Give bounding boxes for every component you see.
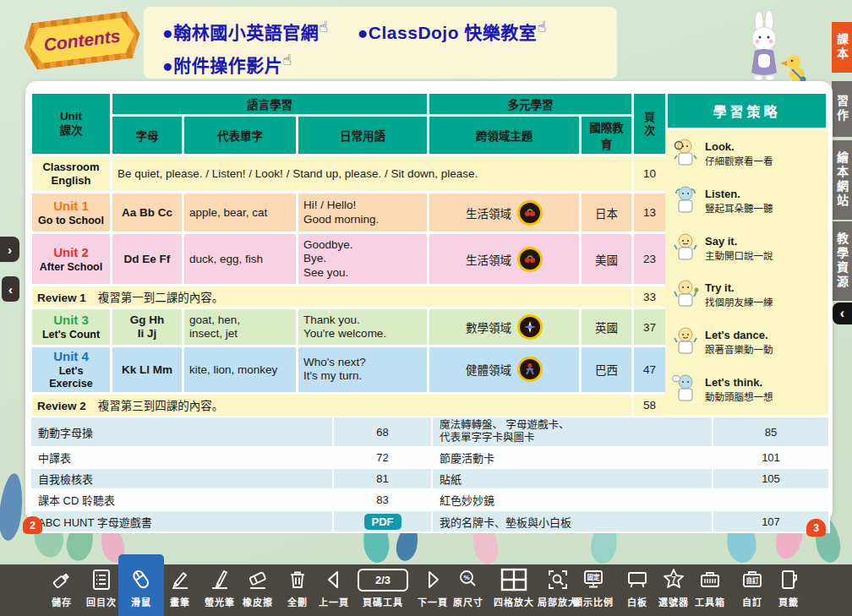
appendix-left-page: 68 bbox=[333, 417, 432, 447]
contents-page: Unit課次 語言學習 多元學習 頁次 字母 代表單字 日常用語 跨領域主題 國… bbox=[25, 81, 833, 522]
tab-workbook[interactable]: 習作 bbox=[832, 81, 852, 137]
appendix-row[interactable]: ABC HUNT 字母遊戲書 PDF 我的名牌卡、墊板與小白板 107 bbox=[30, 510, 829, 532]
unit-letters: Aa Bb Cc bbox=[112, 193, 183, 233]
row-title: Classroom English bbox=[42, 161, 99, 187]
unit-country: 英國 bbox=[581, 308, 633, 346]
row-text: 複習第一到二課的內容。 bbox=[98, 292, 224, 304]
zoom-percent-icon: % bbox=[456, 568, 480, 591]
row-classroom-english[interactable]: Classroom English Be quiet, please. / Li… bbox=[31, 155, 667, 193]
col-header-daily: 日常用語 bbox=[298, 116, 429, 155]
pencil-icon bbox=[168, 568, 192, 591]
col-header-words: 代表單字 bbox=[183, 116, 298, 155]
row-unit-3[interactable]: Unit 3Let's Count Gg Hh Ii Jj goat, hen,… bbox=[31, 308, 667, 346]
appendix-row[interactable]: 動動字母操 68 魔法轉轉盤、 字母遊戲卡、 代表單字字卡與圖卡 85 bbox=[30, 417, 829, 447]
rabbit-and-duck-illustration bbox=[723, 10, 816, 88]
unit-number: Unit 3 bbox=[53, 313, 89, 327]
unit-country: 美國 bbox=[581, 233, 633, 286]
link-classdojo[interactable]: ●ClassDojo 快樂教室☝ bbox=[358, 23, 547, 42]
appendix-left-page: 83 bbox=[333, 489, 432, 510]
appendix-right-label: 紅色妙妙鏡 bbox=[432, 489, 713, 510]
strategy-lets-think: Let's think.動動頭腦想一想 bbox=[672, 374, 822, 405]
row-unit-2[interactable]: Unit 2After School Dd Ee Ff duck, egg, f… bbox=[31, 233, 667, 286]
row-title: Review 2 bbox=[37, 400, 86, 412]
robot-icon bbox=[672, 233, 699, 264]
unit-letters: Gg Hh Ii Jj bbox=[112, 308, 183, 346]
appendix-right-label: 貼紙 bbox=[432, 468, 713, 489]
units-table: Unit課次 語言學習 多元學習 頁次 字母 代表單字 日常用語 跨領域主題 國… bbox=[30, 91, 668, 464]
unit-daily: Goodbye. Bye. See you. bbox=[298, 233, 429, 286]
unit-daily: Who's next? It's my turn. bbox=[298, 346, 429, 394]
unit-country: 巴西 bbox=[581, 346, 633, 394]
unit-words: goat, hen, insect, jet bbox=[183, 308, 298, 346]
actual-size-button[interactable]: % 原尺寸 bbox=[443, 566, 494, 608]
appendix-row[interactable]: 中譯表 72 節慶活動卡 101 bbox=[30, 447, 829, 468]
learning-strategies-panel: 學習策略 Look.仔細觀察看一看 Listen.豎起耳朵聽一聽 Say it.… bbox=[665, 91, 828, 415]
appendix-left-label: 動動字母操 bbox=[30, 417, 333, 447]
appendix-right-label: 節慶活動卡 bbox=[432, 447, 713, 468]
whiteboard-icon bbox=[625, 568, 649, 591]
link-hanlin-site[interactable]: ●翰林國小英語官網☝ bbox=[162, 23, 329, 42]
appendix-row[interactable]: 自我檢核表 81 貼紙 105 bbox=[30, 468, 829, 489]
row-unit-4[interactable]: Unit 4Let's Exercise Kk Ll Mm kite, lion… bbox=[31, 346, 667, 394]
appendix-left-page: 72 bbox=[333, 447, 432, 468]
col-group-language-learning: 語言學習 bbox=[112, 93, 429, 116]
bullet-icon: ● bbox=[162, 23, 173, 42]
appendix-row[interactable]: 課本 CD 聆聽表 83 紅色妙妙鏡 bbox=[30, 489, 829, 510]
robot-icon bbox=[672, 280, 699, 310]
collapse-tabs-button[interactable]: ‹ bbox=[833, 303, 852, 324]
math-curriculum-badge-icon bbox=[517, 314, 543, 340]
chevron-right-icon: › bbox=[8, 243, 12, 257]
tab-textbook[interactable]: 課本 bbox=[832, 22, 852, 73]
unit-words: kite, lion, monkey bbox=[183, 346, 298, 394]
page-indicator-button[interactable]: 2/3 頁碼工具 bbox=[357, 566, 409, 608]
page-tabs-button[interactable]: 頁籤 bbox=[763, 566, 814, 608]
unit-letters: Dd Ee Ff bbox=[112, 233, 183, 286]
col-header-unit: Unit課次 bbox=[31, 93, 112, 155]
display-ratio-button[interactable]: 固定 顯示比例 bbox=[568, 566, 619, 608]
page-number: 10 bbox=[633, 155, 667, 193]
row-review-1[interactable]: Review 1複習第一到二課的內容。 33 bbox=[31, 286, 667, 308]
chevron-left-icon: ‹ bbox=[8, 282, 13, 297]
four-grid-zoom-button[interactable]: 四格放大 bbox=[489, 566, 539, 608]
strategy-look: Look.仔細觀察看一看 bbox=[672, 139, 822, 169]
link-attachment-videos[interactable]: ●附件操作影片☝ bbox=[162, 56, 292, 75]
appendix-right-page: 85 bbox=[713, 417, 829, 447]
appendix-left-label: 自我檢核表 bbox=[30, 468, 333, 489]
unit-domain: 生活領域 bbox=[466, 204, 511, 221]
previous-page-button[interactable]: 上一頁 bbox=[309, 566, 359, 608]
display-ratio-icon: 固定 bbox=[582, 568, 605, 591]
region-zoom-icon bbox=[546, 568, 570, 591]
previous-page-icon bbox=[322, 568, 346, 591]
four-grid-icon bbox=[500, 567, 528, 592]
mouse-icon bbox=[128, 567, 154, 592]
unit-words: duck, egg, fish bbox=[183, 233, 298, 286]
bookmark-page-icon bbox=[777, 568, 800, 591]
tab-teaching-resources[interactable]: 教學資源 bbox=[832, 221, 852, 301]
custom-toolbox-icon: 自訂 bbox=[740, 568, 764, 591]
ebook-window: Contents ●翰林國小英語官網☝●ClassDojo 快樂教室☝ ●附件操… bbox=[0, 0, 852, 616]
star-number-icon: 7 bbox=[661, 567, 686, 592]
unit-domain: 數學領域 bbox=[466, 319, 511, 335]
collapse-left-panel-button[interactable]: ‹ bbox=[2, 276, 19, 302]
robot-icon bbox=[672, 139, 699, 169]
life-curriculum-badge-icon bbox=[517, 247, 543, 272]
page-number: 13 bbox=[633, 193, 667, 233]
robot-icon bbox=[672, 327, 699, 357]
hand-pointer-icon: ☝ bbox=[319, 19, 328, 35]
unit-daily: Hi! / Hello! Good morning. bbox=[298, 193, 429, 233]
strategy-listen: Listen.豎起耳朵聽一聽 bbox=[672, 186, 822, 216]
appendix-right-label: 我的名牌卡、墊板與小白板 bbox=[432, 510, 713, 532]
robot-icon bbox=[672, 186, 699, 216]
unit-number: Unit 2 bbox=[53, 245, 89, 259]
row-unit-1[interactable]: Unit 1Go to School Aa Bb Cc apple, bear,… bbox=[31, 193, 667, 233]
row-text: Be quiet, please. / Listen! / Look! / St… bbox=[112, 155, 633, 193]
tab-picturebook-site[interactable]: 繪本網站 bbox=[832, 140, 852, 220]
unit-name: Let's Exercise bbox=[49, 365, 92, 390]
svg-text:%: % bbox=[463, 574, 469, 581]
row-review-2[interactable]: Review 2複習第三到四課的內容。 58 bbox=[31, 393, 667, 417]
appendix-left-label: ABC HUNT 字母遊戲書 bbox=[30, 510, 333, 532]
pdf-button[interactable]: PDF bbox=[364, 514, 401, 530]
expand-left-panel-button[interactable]: › bbox=[0, 237, 19, 262]
page-indicator-value: 2/3 bbox=[375, 574, 390, 586]
strategies-title: 學習策略 bbox=[665, 91, 828, 130]
